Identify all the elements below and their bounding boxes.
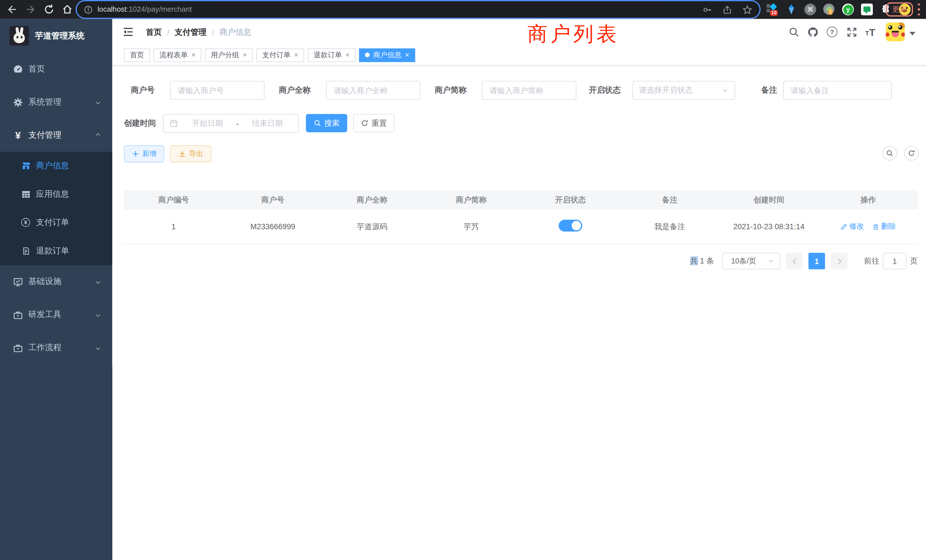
font-size-icon[interactable]: TT — [865, 27, 876, 38]
sidebar-item-label: 工作流程 — [28, 342, 61, 353]
cell-create-time: 2021-10-23 08:31:14 — [719, 222, 819, 231]
sidebar-item-app-info[interactable]: 应用信息 — [0, 180, 112, 209]
yen-icon: ¥ — [13, 130, 23, 140]
search-icon[interactable] — [788, 27, 799, 38]
app-logo-row[interactable]: 芋道管理系统 — [0, 19, 112, 53]
sidebar-item-pay[interactable]: ¥ 支付管理 — [0, 119, 112, 152]
avatar-caret-icon[interactable] — [909, 32, 915, 35]
tab-pay-order[interactable]: 支付订单× — [256, 48, 304, 62]
active-dot-icon — [365, 53, 370, 57]
help-icon[interactable]: ? — [827, 27, 838, 38]
close-icon[interactable]: × — [345, 51, 350, 59]
cell-merchant-id: 1 — [124, 222, 223, 231]
breadcrumb-current: 商户信息 — [219, 27, 251, 38]
status-toggle[interactable] — [559, 220, 583, 232]
extension-chat-icon[interactable] — [861, 3, 873, 15]
table-search-toggle-icon[interactable] — [882, 146, 897, 161]
next-page-button[interactable] — [831, 253, 847, 269]
page-size-select[interactable]: 10条/页 — [722, 253, 780, 269]
sidebar-item-home[interactable]: 首页 — [0, 53, 112, 86]
full-name-label: 商户全称 — [276, 81, 310, 100]
site-info-icon[interactable] — [84, 5, 93, 14]
red-annotation-text: 商户列表 — [527, 21, 619, 48]
chevron-down-icon — [722, 87, 729, 94]
browser-menu-icon[interactable] — [918, 3, 920, 15]
browser-forward-icon[interactable] — [25, 3, 36, 15]
prev-page-button[interactable] — [786, 253, 803, 269]
close-icon[interactable]: × — [405, 51, 409, 59]
browser-home-icon[interactable] — [61, 3, 73, 15]
edit-link[interactable]: 修改 — [840, 221, 864, 232]
extension-y-icon[interactable]: y — [842, 3, 854, 15]
full-name-input[interactable] — [326, 81, 420, 100]
github-icon[interactable] — [807, 27, 819, 38]
sidebar-item-refund-order[interactable]: 退款订单 — [0, 237, 112, 265]
sidebar-item-merchant-info[interactable]: 商户信息 — [0, 152, 112, 180]
create-time-range-picker[interactable]: 开始日期 - 结束日期 — [163, 114, 299, 133]
address-bar[interactable]: localhost:1024/pay/merchant — [77, 1, 760, 18]
col-full-name: 商户全称 — [322, 195, 422, 205]
bookmark-star-icon[interactable] — [742, 5, 752, 15]
chrome-update-button[interactable]: 更新 — [886, 2, 913, 17]
extension-gem-icon[interactable] — [785, 3, 797, 15]
short-name-input[interactable] — [482, 81, 576, 100]
calendar-icon — [169, 119, 178, 127]
goto-page-input[interactable] — [883, 253, 906, 269]
url-text: localhost:1024/pay/merchant — [97, 5, 192, 14]
sidebar-item-infra[interactable]: 基础设施 — [0, 265, 112, 298]
extension-command-icon[interactable]: ⌘ — [804, 3, 816, 15]
app-logo — [9, 26, 29, 45]
col-remark: 备注 — [620, 195, 719, 205]
sidebar-fold-icon[interactable] — [122, 26, 134, 38]
chevron-down-icon — [94, 344, 101, 351]
browser-reload-icon[interactable] — [43, 3, 55, 15]
sidebar-item-label: 支付订单 — [36, 217, 69, 228]
reset-button[interactable]: 重置 — [353, 114, 395, 132]
create-time-label: 创建时间 — [123, 114, 156, 133]
remark-input[interactable] — [783, 81, 892, 100]
col-actions: 操作 — [819, 195, 918, 205]
tab-user-group[interactable]: 用户分组× — [205, 48, 253, 62]
table-refresh-icon[interactable] — [904, 146, 919, 161]
app-header: 首页 / 支付管理 / 商户信息 商户列表 ? TT — [112, 19, 926, 45]
user-avatar[interactable] — [886, 23, 905, 41]
fullscreen-icon[interactable] — [846, 27, 857, 38]
breadcrumb-home[interactable]: 首页 — [146, 27, 162, 38]
sidebar-item-label: 研发工具 — [28, 309, 61, 320]
sidebar-item-system[interactable]: 系统管理 — [0, 86, 112, 119]
merchant-no-label: 商户号 — [124, 81, 155, 100]
goto-suffix: 页 — [910, 256, 918, 266]
tab-home[interactable]: 首页 — [124, 48, 150, 62]
grid-table-icon — [21, 190, 31, 199]
close-icon[interactable]: × — [243, 51, 247, 59]
browser-back-icon[interactable] — [6, 3, 18, 15]
merchant-no-input[interactable] — [170, 81, 265, 100]
breadcrumb-pay[interactable]: 支付管理 — [175, 27, 207, 38]
app-title: 芋道管理系统 — [35, 30, 85, 41]
cell-actions: 修改 删除 — [819, 221, 918, 232]
tab-refund-order[interactable]: 退款订单× — [308, 48, 356, 62]
password-key-icon[interactable] — [702, 5, 712, 15]
add-button[interactable]: 新增 — [124, 145, 164, 162]
tab-process-form[interactable]: 流程表单× — [154, 48, 201, 62]
sidebar-item-devtools[interactable]: 研发工具 — [0, 298, 112, 331]
breadcrumb: 首页 / 支付管理 / 商户信息 — [146, 27, 251, 38]
export-button[interactable]: 导出 — [170, 145, 212, 162]
page-number-button[interactable]: 1 — [808, 253, 825, 269]
monitor-check-icon — [13, 277, 23, 286]
extension-circle-icon[interactable]: 1 — [823, 3, 835, 15]
sidebar-item-workflow[interactable]: 工作流程 — [0, 331, 112, 365]
delete-link[interactable]: 删除 — [872, 221, 896, 232]
status-select[interactable]: 请选择开启状态 — [632, 81, 735, 100]
toolbox-icon — [13, 310, 23, 319]
share-icon[interactable] — [722, 5, 732, 15]
browser-toolbar: localhost:1024/pay/merchant 10 ⌘ 1 y — [0, 0, 926, 19]
sidebar-item-pay-order[interactable]: ¥ 支付订单 — [0, 209, 112, 237]
tag-tabs-bar: 首页 流程表单× 用户分组× 支付订单× 退款订单× 商户信息× — [112, 45, 926, 65]
close-icon[interactable]: × — [191, 51, 195, 59]
table-header: 商户编号 商户号 商户全称 商户简称 开启状态 备注 创建时间 操作 — [124, 190, 918, 210]
extension-blocks-icon[interactable]: 10 — [767, 3, 778, 15]
tab-merchant-info[interactable]: 商户信息× — [359, 48, 415, 62]
close-icon[interactable]: × — [294, 51, 298, 59]
search-button[interactable]: 搜索 — [306, 114, 347, 132]
